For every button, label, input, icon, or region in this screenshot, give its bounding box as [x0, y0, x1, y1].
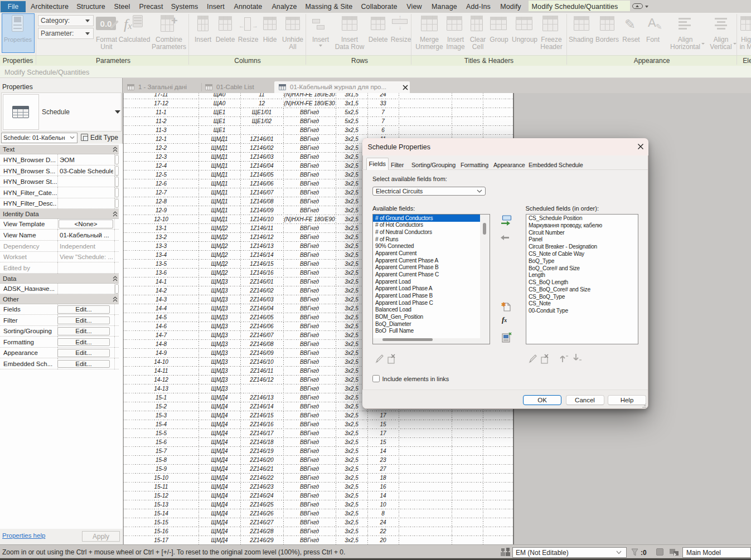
svg-text:✱: ✱ [501, 301, 506, 308]
